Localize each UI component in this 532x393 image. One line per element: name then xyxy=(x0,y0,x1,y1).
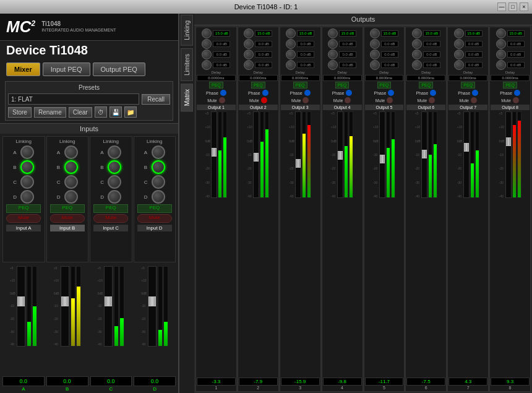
limiters-tab[interactable]: Limiters xyxy=(181,48,193,81)
output-name-4[interactable]: Output 4 xyxy=(323,105,362,110)
input-name-c[interactable]: Input C xyxy=(93,225,128,231)
clock-icon[interactable]: ⏱ xyxy=(95,106,107,118)
save-icon[interactable]: 💾 xyxy=(109,106,122,118)
knob-b-a[interactable] xyxy=(64,145,78,159)
knob-out5-a[interactable] xyxy=(370,28,380,38)
knob-b-d[interactable] xyxy=(64,190,78,204)
mute-indicator-3[interactable] xyxy=(302,97,309,103)
fader-c[interactable] xyxy=(104,266,113,347)
phase-indicator-7[interactable] xyxy=(472,90,478,96)
mute-indicator-7[interactable] xyxy=(471,97,477,103)
fader-out8[interactable] xyxy=(505,111,512,198)
input-peq-button[interactable]: Input PEQ xyxy=(43,63,90,76)
knob-out3-c[interactable] xyxy=(286,50,296,59)
peq-btn-out3[interactable]: PEQ xyxy=(293,82,307,89)
knob-out3-d[interactable] xyxy=(286,60,296,70)
mute-indicator-4[interactable] xyxy=(345,97,351,103)
output-name-3[interactable]: Output 3 xyxy=(281,105,320,110)
matrix-tab[interactable]: Matrix xyxy=(181,84,193,111)
mute-indicator-6[interactable] xyxy=(429,97,435,103)
output-peq-button[interactable]: Output PEQ xyxy=(93,63,145,76)
fader-thumb-c[interactable] xyxy=(105,296,112,306)
phase-indicator-8[interactable] xyxy=(514,90,520,96)
knob-out2-d[interactable] xyxy=(244,60,254,70)
output-name-7[interactable]: Output 7 xyxy=(448,105,487,110)
knob-out8-d[interactable] xyxy=(496,60,506,70)
knob-out7-b[interactable] xyxy=(454,39,464,49)
output-name-5[interactable]: Output 5 xyxy=(365,105,404,110)
fader-out7[interactable] xyxy=(463,111,470,198)
preset-input[interactable] xyxy=(8,93,139,105)
knob-d-b[interactable] xyxy=(152,160,165,174)
input-name-a[interactable]: Input A xyxy=(6,225,41,231)
knob-a-a[interactable] xyxy=(20,145,34,159)
close-button[interactable]: × xyxy=(520,2,528,11)
knob-out1-b[interactable] xyxy=(202,39,212,49)
knob-out5-c[interactable] xyxy=(370,50,380,59)
mute-btn-d[interactable]: Mute xyxy=(137,214,172,223)
fader-d[interactable] xyxy=(148,266,157,347)
peq-btn-out2[interactable]: PEQ xyxy=(251,82,265,89)
phase-indicator-3[interactable] xyxy=(304,90,311,96)
knob-c-c[interactable] xyxy=(108,175,121,189)
linking-tab[interactable]: Linking xyxy=(181,15,193,46)
peq-btn-out6[interactable]: PEQ xyxy=(419,82,433,89)
output-name-2[interactable]: Output 2 xyxy=(239,105,278,110)
fader-thumb-a[interactable] xyxy=(17,296,25,306)
knob-a-d[interactable] xyxy=(20,190,34,204)
fader-out1[interactable] xyxy=(211,111,217,198)
output-name-6[interactable]: Output 6 xyxy=(406,105,445,110)
fader-thumb-out2[interactable] xyxy=(254,153,259,162)
peq-btn-d[interactable]: PEQ xyxy=(137,204,172,213)
knob-out6-a[interactable] xyxy=(412,28,422,38)
knob-d-d[interactable] xyxy=(152,190,165,204)
knob-out3-b[interactable] xyxy=(286,39,296,49)
knob-out2-a[interactable] xyxy=(244,28,254,38)
store-button[interactable]: Store xyxy=(8,107,32,118)
peq-btn-a[interactable]: PEQ xyxy=(6,204,41,213)
knob-d-c[interactable] xyxy=(152,175,165,189)
fader-out6[interactable] xyxy=(421,111,427,198)
fader-thumb-out6[interactable] xyxy=(422,150,427,158)
fader-out2[interactable] xyxy=(253,111,259,198)
phase-indicator-1[interactable] xyxy=(220,90,226,96)
minimize-button[interactable]: — xyxy=(497,2,506,11)
mute-indicator-1[interactable] xyxy=(219,97,225,103)
phase-indicator-5[interactable] xyxy=(388,90,394,96)
knob-c-b[interactable] xyxy=(108,160,121,174)
input-name-d[interactable]: Input D xyxy=(137,225,172,231)
knob-out4-b[interactable] xyxy=(328,39,338,49)
fader-thumb-d[interactable] xyxy=(148,296,156,306)
knob-a-b[interactable] xyxy=(20,160,34,174)
knob-out1-d[interactable] xyxy=(202,60,212,70)
output-name-8[interactable]: Output 8 xyxy=(491,105,530,110)
knob-out8-c[interactable] xyxy=(496,50,506,59)
knob-b-b[interactable] xyxy=(64,160,78,174)
mute-indicator-5[interactable] xyxy=(387,97,393,103)
fader-thumb-out4[interactable] xyxy=(338,151,343,160)
rename-button[interactable]: Rename xyxy=(34,107,66,118)
peq-btn-c[interactable]: PEQ xyxy=(93,204,128,213)
peq-btn-b[interactable]: PEQ xyxy=(50,204,85,213)
knob-d-a[interactable] xyxy=(152,145,165,159)
input-name-b[interactable]: Input B xyxy=(50,225,85,231)
fader-thumb-out8[interactable] xyxy=(506,137,511,146)
fader-out5[interactable] xyxy=(379,111,385,198)
knob-out5-d[interactable] xyxy=(370,60,380,70)
maximize-button[interactable]: □ xyxy=(508,2,517,11)
peq-btn-out4[interactable]: PEQ xyxy=(335,82,350,89)
fader-thumb-b[interactable] xyxy=(61,296,69,306)
knob-out4-a[interactable] xyxy=(328,28,338,38)
mixer-button[interactable]: Mixer xyxy=(6,63,40,76)
knob-out4-c[interactable] xyxy=(328,50,338,59)
fader-thumb-out3[interactable] xyxy=(296,159,301,168)
mute-indicator-2[interactable] xyxy=(261,97,267,103)
peq-btn-out7[interactable]: PEQ xyxy=(461,82,475,89)
knob-out8-b[interactable] xyxy=(496,39,506,49)
mute-btn-b[interactable]: Mute xyxy=(50,214,85,223)
knob-out1-c[interactable] xyxy=(202,50,212,59)
knob-out3-a[interactable] xyxy=(286,28,296,38)
fader-out4[interactable] xyxy=(337,111,343,198)
output-name-1[interactable]: Output 1 xyxy=(197,105,236,110)
phase-indicator-4[interactable] xyxy=(346,90,352,96)
